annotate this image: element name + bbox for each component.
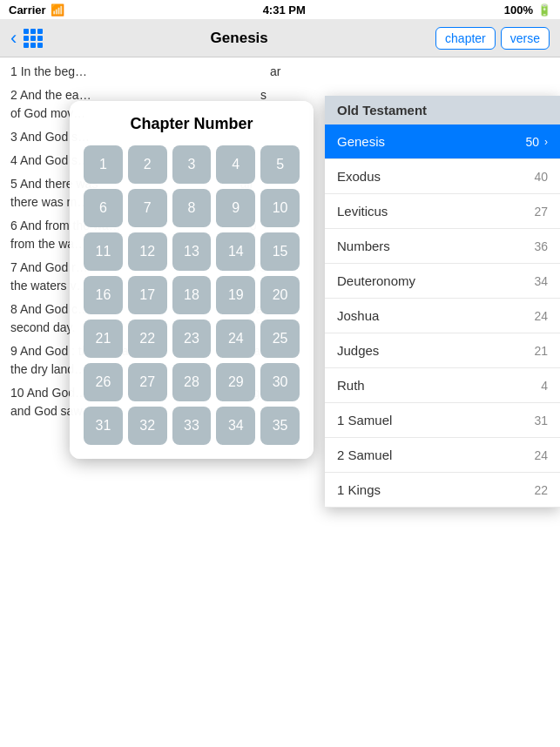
chapter-number-20[interactable]: 20 <box>260 276 300 314</box>
chapter-number-31[interactable]: 31 <box>84 407 123 445</box>
ot-item-leviticus[interactable]: Leviticus27 <box>325 194 560 229</box>
chapter-overlay-title: Chapter Number <box>84 115 300 133</box>
ot-item-label: 2 Samuel <box>337 448 392 462</box>
battery-icon: 🔋 <box>537 3 551 17</box>
chapter-overlay: Chapter Number 1234567891011121314151617… <box>70 101 314 459</box>
back-button[interactable]: ‹ <box>10 29 17 48</box>
ot-item-ruth[interactable]: Ruth4 <box>325 368 560 403</box>
ot-item-label: Numbers <box>337 239 390 253</box>
chapter-number-17[interactable]: 17 <box>128 276 167 314</box>
chapter-number-28[interactable]: 28 <box>172 363 212 401</box>
ot-item-count: 50› <box>525 135 548 149</box>
nav-right: chapter verse <box>435 27 550 50</box>
ot-item-judges[interactable]: Judges21 <box>325 333 560 368</box>
chapter-number-23[interactable]: 23 <box>172 320 212 358</box>
ot-item-label: 1 Kings <box>337 482 381 497</box>
ot-item-label: Joshua <box>337 308 379 323</box>
chapter-number-6[interactable]: 6 <box>84 189 123 227</box>
ot-item-count: 4 <box>541 379 548 393</box>
ot-item-label: Exodus <box>337 169 381 184</box>
ot-item-2-samuel[interactable]: 2 Samuel24 <box>325 438 560 473</box>
chapter-number-9[interactable]: 9 <box>216 189 255 227</box>
status-right: 100% 🔋 <box>504 3 551 17</box>
chapter-number-7[interactable]: 7 <box>128 189 167 227</box>
ot-item-label: 1 Samuel <box>337 413 392 427</box>
chapter-number-34[interactable]: 34 <box>216 407 255 445</box>
grid-dot <box>30 36 36 41</box>
chapter-number-3[interactable]: 3 <box>172 145 212 184</box>
ot-item-1-kings[interactable]: 1 Kings22 <box>325 473 560 508</box>
chapter-number-24[interactable]: 24 <box>216 320 255 358</box>
battery-label: 100% <box>504 3 533 17</box>
status-bar: Carrier 📶 4:31 PM 100% 🔋 <box>0 0 560 19</box>
chapter-number-5[interactable]: 5 <box>260 145 300 184</box>
ot-item-numbers[interactable]: Numbers36 <box>325 229 560 264</box>
nav-left: ‹ <box>10 29 43 48</box>
ot-item-count: 40 <box>534 170 548 184</box>
chapter-grid: 1234567891011121314151617181920212223242… <box>84 145 300 445</box>
ot-item-count: 34 <box>534 274 548 288</box>
ot-item-1-samuel[interactable]: 1 Samuel31 <box>325 403 560 438</box>
chapter-number-15[interactable]: 15 <box>260 232 300 271</box>
ot-item-label: Judges <box>337 343 379 358</box>
wifi-icon: 📶 <box>51 3 64 17</box>
chapter-number-19[interactable]: 19 <box>216 276 255 314</box>
ot-item-count: 36 <box>534 239 548 253</box>
ot-item-count: 24 <box>534 448 548 462</box>
time-label: 4:31 PM <box>263 3 306 17</box>
chapter-number-35[interactable]: 35 <box>260 407 300 445</box>
ot-item-label: Ruth <box>337 378 365 393</box>
chapter-number-27[interactable]: 27 <box>128 363 167 401</box>
chapter-number-32[interactable]: 32 <box>128 407 167 445</box>
ot-item-label: Leviticus <box>337 204 388 219</box>
grid-dot <box>24 29 29 34</box>
carrier-label: Carrier <box>9 3 46 17</box>
ot-item-count: 21 <box>534 344 548 358</box>
chapter-number-11[interactable]: 11 <box>84 232 123 271</box>
chapter-number-26[interactable]: 26 <box>84 363 123 401</box>
chapter-number-29[interactable]: 29 <box>216 363 255 401</box>
ot-item-exodus[interactable]: Exodus40 <box>325 159 560 194</box>
ot-item-label: Deuteronomy <box>337 273 415 288</box>
verse-button[interactable]: verse <box>501 27 550 50</box>
ot-item-count: 31 <box>534 414 548 427</box>
ot-header: Old Testament <box>325 96 560 124</box>
ot-item-count: 24 <box>534 309 548 323</box>
chapter-number-8[interactable]: 8 <box>172 189 212 227</box>
ot-item-joshua[interactable]: Joshua24 <box>325 299 560 333</box>
ot-dropdown: Old Testament Genesis50›Exodus40Leviticu… <box>325 96 560 508</box>
chapter-number-4[interactable]: 4 <box>216 145 255 184</box>
ot-items-container: Genesis50›Exodus40Leviticus27Numbers36De… <box>325 124 560 508</box>
chapter-number-2[interactable]: 2 <box>128 145 167 184</box>
nav-title: Genesis <box>43 30 435 47</box>
chapter-number-13[interactable]: 13 <box>172 232 212 271</box>
ot-item-label: Genesis <box>337 134 385 149</box>
chapter-number-30[interactable]: 30 <box>260 363 300 401</box>
chapter-number-16[interactable]: 16 <box>84 276 123 314</box>
chapter-number-25[interactable]: 25 <box>260 320 300 358</box>
ot-item-count: 22 <box>534 483 548 497</box>
chapter-number-12[interactable]: 12 <box>128 232 167 271</box>
chapter-number-21[interactable]: 21 <box>84 320 123 358</box>
main-content: 1 In the beg… ar 2 And the ea… sof God m… <box>0 57 560 747</box>
chapter-number-10[interactable]: 10 <box>260 189 300 227</box>
chapter-number-22[interactable]: 22 <box>128 320 167 358</box>
grid-view-button[interactable] <box>24 29 43 48</box>
chapter-button[interactable]: chapter <box>435 27 496 50</box>
ot-item-count: 27 <box>534 205 548 219</box>
status-left: Carrier 📶 <box>9 3 64 17</box>
chapter-number-14[interactable]: 14 <box>216 232 255 271</box>
grid-dot <box>24 43 29 48</box>
ot-item-deuteronomy[interactable]: Deuteronomy34 <box>325 264 560 299</box>
grid-dot <box>24 36 29 41</box>
nav-bar: ‹ Genesis chapter verse <box>0 19 560 57</box>
ot-item-genesis[interactable]: Genesis50› <box>325 124 560 159</box>
chevron-right-icon: › <box>544 136 548 148</box>
grid-dot <box>30 29 36 34</box>
verse-1: 1 In the beg… ar <box>10 63 550 81</box>
chapter-number-18[interactable]: 18 <box>172 276 212 314</box>
chapter-number-33[interactable]: 33 <box>172 407 212 445</box>
chapter-number-1[interactable]: 1 <box>84 145 123 184</box>
grid-dot <box>30 43 36 48</box>
